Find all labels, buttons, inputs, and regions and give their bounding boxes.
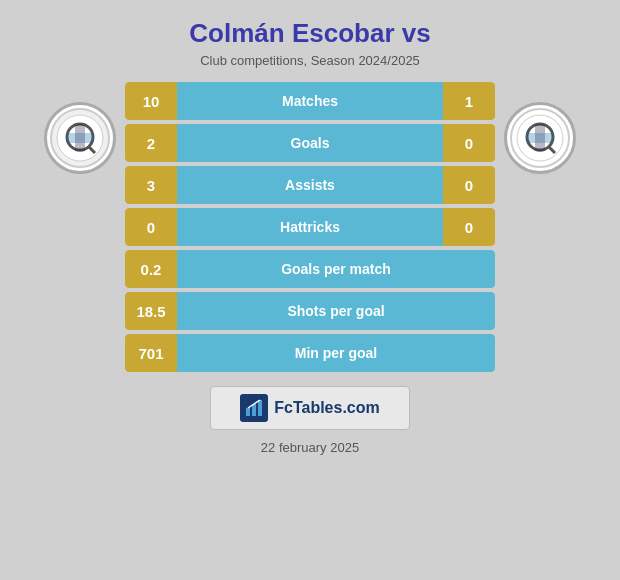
fctables-banner[interactable]: FcTables.com bbox=[210, 386, 410, 430]
stat-row-assists: 3Assists0 bbox=[125, 166, 495, 204]
fctables-logo-svg bbox=[244, 398, 264, 418]
stat-right-val-goals: 0 bbox=[443, 124, 495, 162]
stat-label-shots-per-goal: Shots per goal bbox=[177, 292, 495, 330]
svg-rect-6 bbox=[246, 408, 250, 416]
stat-row-matches: 10Matches1 bbox=[125, 82, 495, 120]
right-team-badge-svg bbox=[515, 113, 565, 163]
stat-right-val-assists: 0 bbox=[443, 166, 495, 204]
stat-right-val-matches: 1 bbox=[443, 82, 495, 120]
stat-row-goals: 2Goals0 bbox=[125, 124, 495, 162]
stat-left-val-assists: 3 bbox=[125, 166, 177, 204]
page-wrapper: Colmán Escobar vs Club competitions, Sea… bbox=[0, 0, 620, 580]
stats-area: 10Matches12Goals03Assists00Hattricks00.2… bbox=[0, 82, 620, 372]
right-team-logo-area bbox=[495, 82, 585, 174]
stat-row-shots-per-goal: 18.5Shots per goal bbox=[125, 292, 495, 330]
svg-rect-8 bbox=[258, 400, 262, 416]
stat-label-matches: Matches bbox=[177, 82, 443, 120]
stat-label-min-per-goal: Min per goal bbox=[177, 334, 495, 372]
stat-label-hattricks: Hattricks bbox=[177, 208, 443, 246]
right-team-badge bbox=[504, 102, 576, 174]
stat-left-val-goals-per-match: 0.2 bbox=[125, 250, 177, 288]
date-footer: 22 february 2025 bbox=[261, 440, 359, 455]
stats-rows: 10Matches12Goals03Assists00Hattricks00.2… bbox=[125, 82, 495, 372]
stat-left-val-min-per-goal: 701 bbox=[125, 334, 177, 372]
stat-row-goals-per-match: 0.2Goals per match bbox=[125, 250, 495, 288]
stat-label-assists: Assists bbox=[177, 166, 443, 204]
fctables-icon bbox=[240, 394, 268, 422]
left-team-logo-area bbox=[35, 82, 125, 174]
left-team-badge bbox=[44, 102, 116, 174]
stat-row-min-per-goal: 701Min per goal bbox=[125, 334, 495, 372]
stat-right-val-hattricks: 0 bbox=[443, 208, 495, 246]
page-title: Colmán Escobar vs bbox=[189, 18, 430, 49]
stat-left-val-hattricks: 0 bbox=[125, 208, 177, 246]
left-team-badge-inner bbox=[50, 108, 110, 168]
page-subtitle: Club competitions, Season 2024/2025 bbox=[200, 53, 420, 68]
fctables-label: FcTables.com bbox=[274, 399, 380, 417]
stat-row-hattricks: 0Hattricks0 bbox=[125, 208, 495, 246]
left-team-badge-svg bbox=[55, 113, 105, 163]
stat-left-val-matches: 10 bbox=[125, 82, 177, 120]
right-team-badge-inner bbox=[510, 108, 570, 168]
stat-label-goals: Goals bbox=[177, 124, 443, 162]
stat-left-val-shots-per-goal: 18.5 bbox=[125, 292, 177, 330]
stat-left-val-goals: 2 bbox=[125, 124, 177, 162]
stat-label-goals-per-match: Goals per match bbox=[177, 250, 495, 288]
